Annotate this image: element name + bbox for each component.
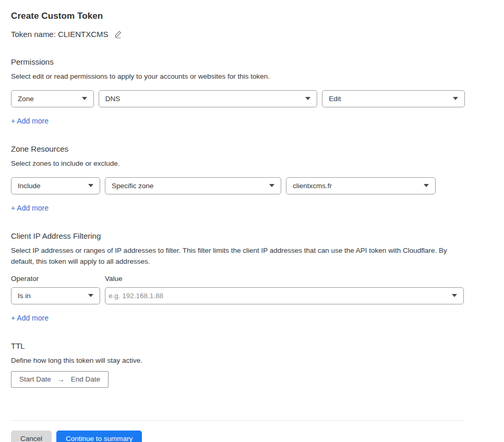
ttl-section: TTL Define how long this token will stay… [11, 341, 465, 388]
permissions-description: Select edit or read permissions to apply… [11, 71, 465, 82]
footer-divider [11, 420, 465, 421]
zone-resources-select-row: Include Specific zone clientxcms.fr [11, 177, 465, 194]
zone-include-value: Include [18, 182, 41, 190]
ip-filtering-field-labels: Operator Value [11, 275, 465, 283]
permissions-heading: Permissions [11, 57, 465, 66]
ip-filtering-row: Is in [11, 287, 465, 304]
chevron-down-icon [453, 97, 458, 100]
chevron-down-icon [305, 97, 310, 100]
ip-filtering-heading: Client IP Address Filtering [11, 231, 465, 240]
permission-access-value: Edit [329, 95, 341, 103]
chevron-down-icon [88, 294, 93, 297]
zone-type-value: Specific zone [112, 182, 153, 190]
ttl-date-range-picker[interactable]: Start Date → End Date [11, 371, 109, 388]
start-date-label: Start Date [19, 375, 51, 383]
permission-resource-value: DNS [105, 95, 121, 103]
permission-scope-value: Zone [18, 95, 34, 103]
ttl-heading: TTL [11, 341, 465, 350]
token-name-value: CLIENTXCMS [58, 30, 109, 39]
ip-filtering-description: Select IP addresses or ranges of IP addr… [11, 245, 465, 267]
end-date-label: End Date [71, 375, 100, 383]
create-custom-token-page: Create Custom Token Token name: CLIENTXC… [0, 0, 476, 442]
footer-actions: Cancel Continue to summary [11, 431, 465, 442]
arrow-right-icon: → [57, 375, 65, 384]
chevron-down-icon [269, 184, 274, 187]
token-name-label: Token name: [11, 30, 56, 39]
operator-select[interactable]: Is in [11, 287, 100, 304]
ip-value-input[interactable] [109, 292, 447, 300]
chevron-down-icon[interactable] [452, 294, 457, 297]
operator-value: Is in [18, 292, 31, 300]
zone-name-value: clientxcms.fr [293, 182, 332, 190]
permissions-select-row: Zone DNS Edit [11, 90, 465, 107]
zone-name-select[interactable]: clientxcms.fr [286, 177, 436, 194]
zone-resources-heading: Zone Resources [11, 144, 465, 153]
permission-access-select[interactable]: Edit [322, 90, 465, 107]
cancel-button[interactable]: Cancel [11, 431, 52, 442]
value-label: Value [105, 275, 123, 283]
page-title: Create Custom Token [11, 11, 465, 21]
edit-pencil-icon[interactable] [114, 30, 123, 39]
zone-resources-add-more-link[interactable]: + Add more [11, 204, 49, 212]
chevron-down-icon [424, 184, 429, 187]
zone-resources-section: Zone Resources Select zones to include o… [11, 144, 465, 213]
ip-value-combo [105, 287, 464, 304]
continue-to-summary-button[interactable]: Continue to summary [56, 431, 142, 442]
ip-filtering-add-more-link[interactable]: + Add more [11, 314, 49, 322]
permission-scope-select[interactable]: Zone [11, 90, 94, 107]
permission-resource-select[interactable]: DNS [99, 90, 317, 107]
chevron-down-icon [88, 184, 93, 187]
zone-type-select[interactable]: Specific zone [105, 177, 281, 194]
permissions-add-more-link[interactable]: + Add more [11, 117, 49, 125]
zone-include-select[interactable]: Include [11, 177, 100, 194]
token-name-row: Token name: CLIENTXCMS [11, 30, 465, 39]
chevron-down-icon [82, 97, 87, 100]
permissions-section: Permissions Select edit or read permissi… [11, 57, 465, 126]
ip-filtering-section: Client IP Address Filtering Select IP ad… [11, 231, 465, 323]
zone-resources-description: Select zones to include or exclude. [11, 158, 465, 169]
operator-label: Operator [11, 275, 105, 283]
ttl-description: Define how long this token will stay act… [11, 355, 465, 366]
